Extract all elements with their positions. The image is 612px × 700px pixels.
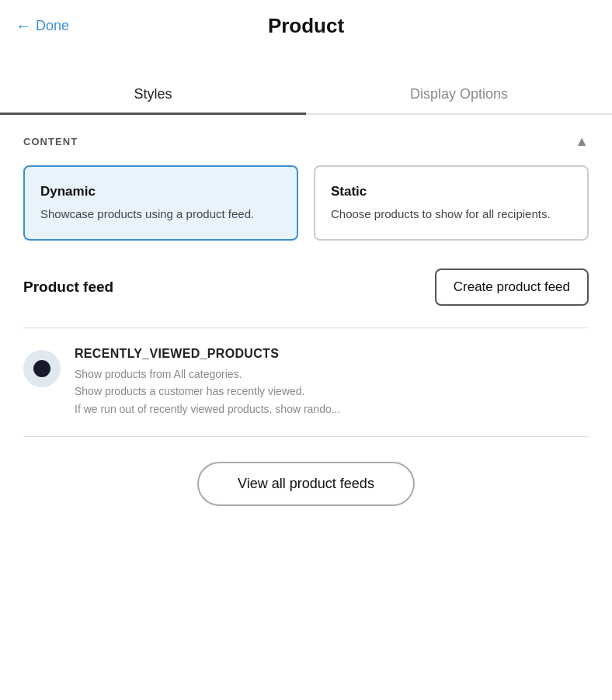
view-all-container: View all product feeds [0,437,612,531]
feed-info: RECENTLY_VIEWED_PRODUCTS Show products f… [75,347,589,418]
done-label: Done [36,18,69,34]
static-card-desc: Choose products to show for all recipien… [331,206,572,222]
feed-item[interactable]: RECENTLY_VIEWED_PRODUCTS Show products f… [0,328,612,436]
create-product-feed-button[interactable]: Create product feed [435,269,589,306]
radio-selected-icon [33,360,50,377]
feed-radio[interactable] [23,350,61,387]
feed-name: RECENTLY_VIEWED_PRODUCTS [75,347,589,361]
product-feed-label: Product feed [23,279,113,296]
tab-display-options[interactable]: Display Options [306,75,612,113]
section-title: CONTENT [23,136,78,147]
done-button[interactable]: ← Done [16,17,69,35]
tab-styles[interactable]: Styles [0,75,306,113]
option-card-dynamic[interactable]: Dynamic Showcase products using a produc… [23,165,298,241]
feed-desc-line-2: Show products a customer has recently vi… [75,383,589,400]
dynamic-card-desc: Showcase products using a product feed. [40,206,281,222]
chevron-up-icon[interactable]: ▲ [575,133,589,150]
static-card-title: Static [331,184,572,199]
feed-desc-line-1: Show products from All categories. [75,366,589,383]
option-cards: Dynamic Showcase products using a produc… [23,165,589,241]
dynamic-card-title: Dynamic [40,184,281,199]
feed-description: Show products from All categories. Show … [75,366,589,418]
option-card-static[interactable]: Static Choose products to show for all r… [314,165,589,241]
back-arrow-icon: ← [16,17,31,35]
page-header: ← Done Product [0,0,612,52]
content-section: CONTENT ▲ Dynamic Showcase products usin… [0,115,612,306]
tabs-container: Styles Display Options [0,75,612,115]
feed-desc-line-3: If we run out of recently viewed product… [75,400,589,418]
view-all-product-feeds-button[interactable]: View all product feeds [197,462,415,506]
product-feed-row: Product feed Create product feed [23,269,589,306]
page-title: Product [268,14,344,38]
section-header: CONTENT ▲ [23,115,589,165]
